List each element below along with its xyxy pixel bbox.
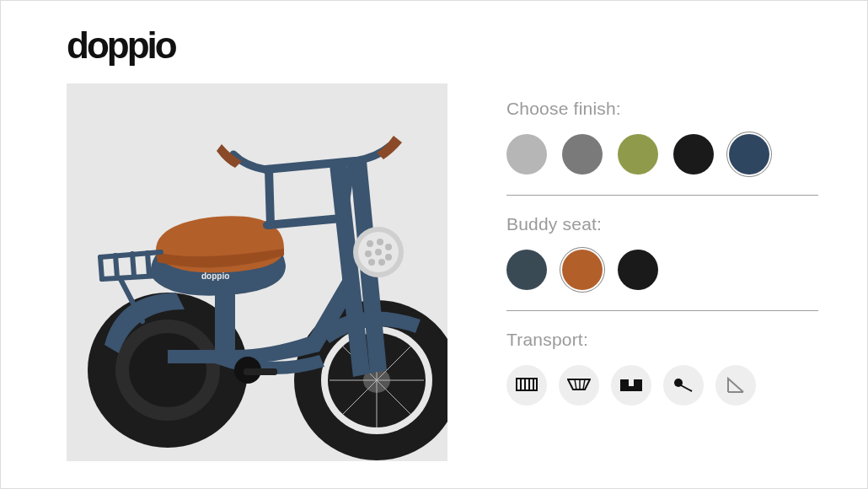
configurator-panel: Choose finish: Buddy seat: Transport: (506, 99, 827, 406)
seat-swatch-brown[interactable] (562, 250, 603, 290)
buddy-seat-label: Buddy seat: (506, 214, 827, 234)
svg-point-20 (365, 250, 372, 257)
pannier-icon (620, 378, 642, 393)
svg-point-24 (378, 259, 385, 266)
brand-logo: doppio (67, 24, 175, 67)
svg-text:doppio: doppio (201, 271, 229, 281)
finish-swatch-light-grey[interactable] (506, 134, 547, 175)
seat-swatch-slate[interactable] (506, 250, 547, 290)
svg-rect-26 (244, 368, 277, 375)
svg-point-2 (129, 333, 206, 407)
transport-options (506, 365, 827, 406)
transport-option-basket[interactable] (559, 365, 599, 406)
buddy-seat-swatches (506, 250, 827, 290)
svg-rect-37 (629, 378, 634, 386)
transport-option-kickstand[interactable] (715, 365, 756, 406)
svg-line-33 (575, 379, 576, 390)
transport-label: Transport: (506, 330, 827, 350)
svg-point-23 (368, 259, 375, 266)
svg-point-17 (367, 240, 373, 247)
mirror-icon (673, 378, 694, 393)
product-preview: doppio (67, 83, 447, 461)
svg-line-35 (583, 379, 585, 390)
svg-point-18 (377, 239, 383, 245)
front-rack-icon (516, 378, 538, 393)
svg-point-19 (385, 244, 392, 250)
transport-option-front-rack[interactable] (506, 365, 547, 406)
kickstand-icon (726, 377, 745, 394)
finish-swatches (506, 134, 827, 175)
basket-icon (567, 379, 591, 392)
svg-point-21 (375, 249, 382, 255)
finish-label: Choose finish: (506, 99, 827, 119)
bike-illustration: doppio (67, 83, 447, 461)
transport-option-pannier[interactable] (611, 365, 651, 406)
transport-option-mirror[interactable] (663, 365, 704, 406)
finish-swatch-olive[interactable] (618, 134, 658, 175)
finish-swatch-black[interactable] (673, 134, 714, 175)
divider (506, 195, 818, 196)
finish-swatch-grey[interactable] (562, 134, 603, 175)
divider (506, 310, 818, 311)
svg-point-22 (385, 254, 392, 261)
finish-swatch-navy[interactable] (729, 134, 769, 175)
seat-swatch-black[interactable] (618, 250, 658, 290)
